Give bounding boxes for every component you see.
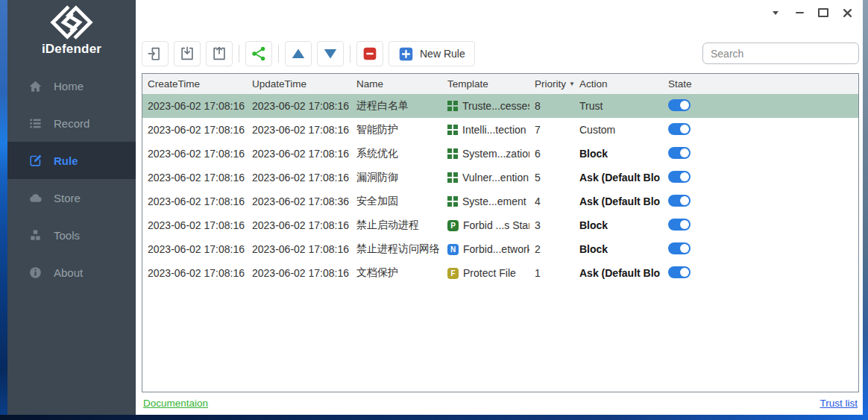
maximize-icon[interactable] <box>818 7 828 18</box>
tray-down-icon <box>179 46 195 62</box>
documentation-link[interactable]: Documentaion <box>143 398 208 409</box>
share-button[interactable] <box>245 41 272 66</box>
cell-updatetime: 2023-06-02 17:08:36 <box>247 195 351 207</box>
cell-priority: 3 <box>529 219 574 231</box>
column-header-label: Action <box>579 78 608 90</box>
new-rule-label: New Rule <box>420 48 465 60</box>
search-input[interactable] <box>702 43 859 64</box>
desktop-wallpaper-bottom <box>0 415 868 420</box>
column-header-action[interactable]: Action <box>574 78 663 90</box>
app-window: iDefender HomeRecordRuleStoreToolsAbout <box>7 0 863 415</box>
triangle-up-icon <box>290 46 306 62</box>
sidebar-item-rule[interactable]: Rule <box>7 142 136 179</box>
tools-icon <box>28 228 43 242</box>
cell-priority: 1 <box>529 267 574 279</box>
column-header-updatetime[interactable]: UpdateTime <box>247 78 351 90</box>
column-header-state[interactable]: State <box>663 78 858 90</box>
cell-template: Intelli...tection <box>442 124 529 136</box>
table-row[interactable]: 2023-06-02 17:08:16 2023-06-02 17:08:16 … <box>142 213 858 237</box>
template-icon <box>447 148 458 159</box>
cell-action: Block <box>574 243 663 255</box>
share-icon <box>251 46 267 62</box>
move-up-button[interactable] <box>285 41 312 66</box>
cell-name: 禁止进程访问网络 <box>351 242 442 256</box>
sidebar: iDefender HomeRecordRuleStoreToolsAbout <box>7 0 136 415</box>
toolbar-separator <box>239 45 239 63</box>
cell-state <box>663 219 858 233</box>
window-controls <box>770 7 852 19</box>
column-header-template[interactable]: Template <box>442 78 529 90</box>
table-row[interactable]: 2023-06-02 17:08:16 2023-06-02 17:08:16 … <box>142 166 858 189</box>
import-file-button[interactable] <box>142 41 169 66</box>
desktop-wallpaper-left <box>0 0 7 420</box>
cell-priority: 2 <box>529 243 574 255</box>
column-header-label: Template <box>447 78 488 90</box>
cell-name: 禁止启动进程 <box>351 219 442 232</box>
minimize-icon[interactable] <box>794 7 805 18</box>
cell-action: Block <box>574 219 663 231</box>
column-header-createtime[interactable]: CreateTime <box>142 78 247 90</box>
new-rule-button[interactable]: New Rule <box>389 41 475 66</box>
cell-updatetime: 2023-06-02 17:08:16 <box>247 243 351 255</box>
cell-template: System...zation <box>442 148 529 160</box>
sidebar-item-tools[interactable]: Tools <box>7 216 136 254</box>
export-button[interactable] <box>206 41 233 66</box>
cell-action: Trust <box>574 100 663 112</box>
trust-list-link[interactable]: Trust list <box>820 398 858 409</box>
triangle-down-icon <box>322 46 339 62</box>
sidebar-item-store[interactable]: Store <box>7 179 136 216</box>
store-icon <box>28 191 43 205</box>
cell-action: Ask (Default Blo <box>574 195 663 207</box>
screen: iDefender HomeRecordRuleStoreToolsAbout <box>0 0 868 420</box>
dropdown-caret-icon[interactable] <box>770 7 781 18</box>
tray-up-icon <box>211 46 227 62</box>
state-toggle[interactable] <box>668 219 691 231</box>
cell-createtime: 2023-06-02 17:08:16 <box>142 243 247 255</box>
cell-state <box>663 171 858 185</box>
state-toggle[interactable] <box>668 242 691 254</box>
sidebar-item-record[interactable]: Record <box>7 104 136 142</box>
sidebar-item-label: Record <box>54 117 89 130</box>
template-icon: P <box>447 220 459 231</box>
template-label: Forbid...etwork <box>463 243 529 255</box>
table-header: CreateTimeUpdateTimeNameTemplatePriority… <box>142 74 858 94</box>
cell-action: Ask (Default Blo <box>574 172 663 184</box>
table-row[interactable]: 2023-06-02 17:08:16 2023-06-02 17:08:16 … <box>142 237 858 261</box>
rule-table: CreateTimeUpdateTimeNameTemplatePriority… <box>142 73 859 392</box>
state-toggle[interactable] <box>668 99 691 111</box>
cell-priority: 6 <box>529 148 574 160</box>
cell-createtime: 2023-06-02 17:08:16 <box>142 124 247 136</box>
cell-priority: 8 <box>529 100 574 112</box>
app-name: iDefender <box>7 42 136 57</box>
cell-template: N Forbid...etwork <box>442 243 529 255</box>
state-toggle[interactable] <box>668 123 691 135</box>
cell-template: Syste...ement <box>442 195 529 207</box>
cell-state <box>663 242 858 257</box>
sidebar-menu: HomeRecordRuleStoreToolsAbout <box>7 67 136 291</box>
table-row[interactable]: 2023-06-02 17:08:16 2023-06-02 17:08:16 … <box>142 118 858 142</box>
table-row[interactable]: 2023-06-02 17:08:16 2023-06-02 17:08:16 … <box>142 261 858 285</box>
plus-icon <box>398 46 414 62</box>
template-icon <box>447 101 458 111</box>
column-header-priority[interactable]: Priority▼ <box>529 78 574 90</box>
state-toggle[interactable] <box>668 147 691 159</box>
table-row[interactable]: 2023-06-02 17:08:16 2023-06-02 17:08:16 … <box>142 142 858 166</box>
table-row[interactable]: 2023-06-02 17:08:16 2023-06-02 17:08:36 … <box>142 189 858 213</box>
state-toggle[interactable] <box>668 266 691 278</box>
column-header-name[interactable]: Name <box>351 78 442 90</box>
import-button[interactable] <box>174 41 201 66</box>
move-down-button[interactable] <box>317 41 344 66</box>
sidebar-item-home[interactable]: Home <box>7 67 136 104</box>
close-icon[interactable] <box>842 7 852 18</box>
cell-createtime: 2023-06-02 17:08:16 <box>142 219 247 231</box>
sidebar-item-label: Tools <box>54 229 80 242</box>
delete-rule-button[interactable] <box>356 41 383 66</box>
toggle-knob <box>680 220 689 229</box>
main-content: New Rule CreateTimeUpdateTimeNameTemplat… <box>136 0 863 415</box>
sidebar-item-label: Store <box>54 192 81 204</box>
state-toggle[interactable] <box>668 195 691 207</box>
state-toggle[interactable] <box>668 171 691 183</box>
table-row[interactable]: 2023-06-02 17:08:16 2023-06-02 17:08:16 … <box>142 94 858 118</box>
cell-action: Block <box>574 148 663 160</box>
sidebar-item-about[interactable]: About <box>7 254 136 291</box>
